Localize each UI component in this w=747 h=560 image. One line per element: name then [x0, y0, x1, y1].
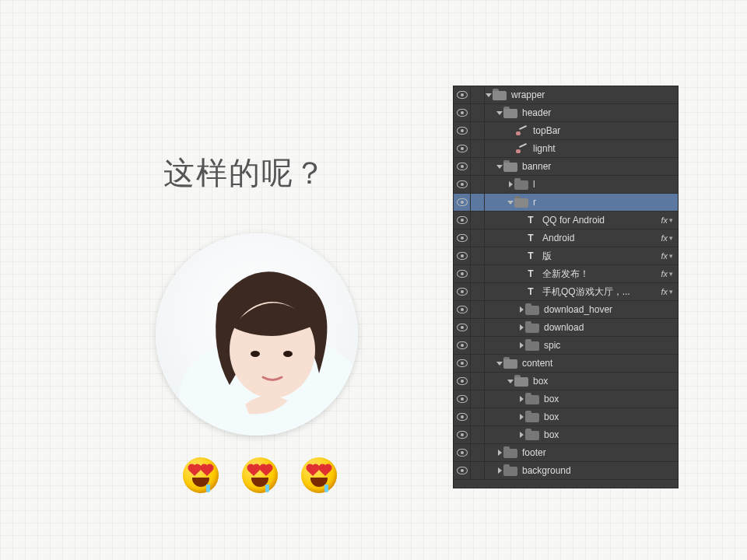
layer-content[interactable]: topBar	[485, 125, 678, 136]
lock-column[interactable]	[471, 176, 485, 193]
layer-row[interactable]: r	[454, 194, 678, 212]
layer-content[interactable]: box	[485, 394, 678, 404]
disclosure-triangle-icon[interactable]	[507, 181, 514, 187]
disclosure-triangle-icon[interactable]	[496, 362, 503, 366]
lock-column[interactable]	[471, 247, 485, 264]
layer-row[interactable]: box	[454, 373, 678, 390]
layer-row[interactable]: T手机QQ游戏大厅，...fx▾	[454, 283, 678, 301]
layer-content[interactable]: box	[485, 429, 678, 440]
layer-content[interactable]: footer	[485, 447, 678, 458]
chevron-down-icon[interactable]: ▾	[669, 234, 673, 242]
fx-badge[interactable]: fx	[661, 251, 668, 261]
layer-row[interactable]: background	[454, 462, 678, 480]
chevron-down-icon[interactable]: ▾	[669, 252, 673, 260]
layer-name[interactable]: download_hover	[544, 304, 675, 315]
layer-content[interactable]: lignht	[485, 143, 678, 154]
layer-content[interactable]: spic	[485, 340, 678, 351]
visibility-eye-icon[interactable]	[454, 283, 471, 300]
layer-row[interactable]: TQQ for Androidfx▾	[454, 212, 678, 229]
layer-row[interactable]: banner	[454, 158, 678, 176]
layer-row[interactable]: lignht	[454, 140, 678, 158]
layer-name[interactable]: box	[533, 376, 675, 387]
layer-name[interactable]: header	[522, 107, 675, 118]
layer-row[interactable]: box	[454, 408, 678, 426]
layer-row[interactable]: header	[454, 104, 678, 122]
lock-column[interactable]	[471, 194, 485, 211]
visibility-eye-icon[interactable]	[454, 355, 471, 372]
lock-column[interactable]	[471, 283, 485, 300]
layer-content[interactable]: box	[485, 411, 678, 422]
disclosure-triangle-icon[interactable]	[496, 165, 503, 169]
disclosure-triangle-icon[interactable]	[507, 380, 514, 383]
layer-name[interactable]: background	[522, 465, 675, 476]
disclosure-triangle-icon[interactable]	[517, 396, 525, 402]
layer-name[interactable]: r	[533, 197, 675, 208]
layer-name[interactable]: footer	[522, 447, 675, 458]
visibility-eye-icon[interactable]	[454, 86, 471, 103]
layer-content[interactable]: wrapper	[485, 89, 678, 100]
disclosure-triangle-icon[interactable]	[517, 342, 525, 348]
layer-row[interactable]: spic	[454, 337, 678, 355]
layer-content[interactable]: TAndroidfx▾	[485, 233, 678, 243]
disclosure-triangle-icon[interactable]	[496, 111, 503, 115]
fx-badge[interactable]: fx	[661, 269, 668, 278]
visibility-eye-icon[interactable]	[454, 212, 471, 229]
lock-column[interactable]	[471, 444, 485, 461]
layer-content[interactable]: T版fx▾	[485, 250, 678, 263]
layer-row[interactable]: footer	[454, 444, 678, 462]
chevron-down-icon[interactable]: ▾	[669, 216, 673, 224]
visibility-eye-icon[interactable]	[454, 373, 471, 390]
layer-content[interactable]: r	[485, 197, 678, 208]
layer-name[interactable]: box	[544, 429, 675, 440]
fx-badge[interactable]: fx	[661, 215, 668, 225]
visibility-eye-icon[interactable]	[454, 158, 471, 175]
disclosure-triangle-icon[interactable]	[517, 324, 525, 331]
visibility-eye-icon[interactable]	[454, 301, 471, 318]
disclosure-triangle-icon[interactable]	[496, 467, 503, 474]
chevron-down-icon[interactable]: ▾	[669, 288, 673, 296]
lock-column[interactable]	[471, 319, 485, 336]
fx-badge[interactable]: fx	[661, 233, 668, 243]
lock-column[interactable]	[471, 390, 485, 408]
visibility-eye-icon[interactable]	[454, 390, 471, 408]
layer-row[interactable]: TAndroidfx▾	[454, 229, 678, 247]
layer-name[interactable]: Android	[542, 233, 661, 243]
layer-row[interactable]: download	[454, 319, 678, 337]
disclosure-triangle-icon[interactable]	[485, 93, 493, 97]
layer-content[interactable]: header	[485, 107, 678, 118]
chevron-down-icon[interactable]: ▾	[669, 270, 673, 278]
layer-name[interactable]: spic	[544, 340, 675, 351]
layer-row[interactable]: download_hover	[454, 301, 678, 319]
visibility-eye-icon[interactable]	[454, 462, 471, 479]
visibility-eye-icon[interactable]	[454, 104, 471, 121]
layer-name[interactable]: 全新发布！	[542, 268, 661, 281]
lock-column[interactable]	[471, 355, 485, 372]
lock-column[interactable]	[471, 140, 485, 157]
layer-name[interactable]: content	[522, 358, 675, 369]
visibility-eye-icon[interactable]	[454, 265, 471, 282]
lock-column[interactable]	[471, 426, 485, 443]
layer-row[interactable]: content	[454, 355, 678, 373]
visibility-eye-icon[interactable]	[454, 229, 471, 247]
layer-row[interactable]: box	[454, 390, 678, 408]
layers-panel[interactable]: wrapperheadertopBarlignhtbannerlrTQQ for…	[453, 86, 679, 488]
lock-column[interactable]	[471, 212, 485, 229]
visibility-eye-icon[interactable]	[454, 444, 471, 461]
layer-row[interactable]: box	[454, 426, 678, 444]
lock-column[interactable]	[471, 301, 485, 318]
lock-column[interactable]	[471, 373, 485, 390]
layer-content[interactable]: box	[485, 376, 678, 387]
layer-content[interactable]: T全新发布！fx▾	[485, 268, 678, 281]
layer-name[interactable]: box	[544, 394, 675, 404]
lock-column[interactable]	[471, 86, 485, 103]
visibility-eye-icon[interactable]	[454, 140, 471, 157]
lock-column[interactable]	[471, 104, 485, 121]
layer-content[interactable]: download_hover	[485, 304, 678, 315]
layer-name[interactable]: 版	[542, 250, 661, 263]
layer-row[interactable]: topBar	[454, 122, 678, 140]
visibility-eye-icon[interactable]	[454, 247, 471, 264]
layer-row[interactable]: T全新发布！fx▾	[454, 265, 678, 283]
layer-content[interactable]: download	[485, 322, 678, 333]
layer-content[interactable]: TQQ for Androidfx▾	[485, 215, 678, 226]
lock-column[interactable]	[471, 462, 485, 479]
